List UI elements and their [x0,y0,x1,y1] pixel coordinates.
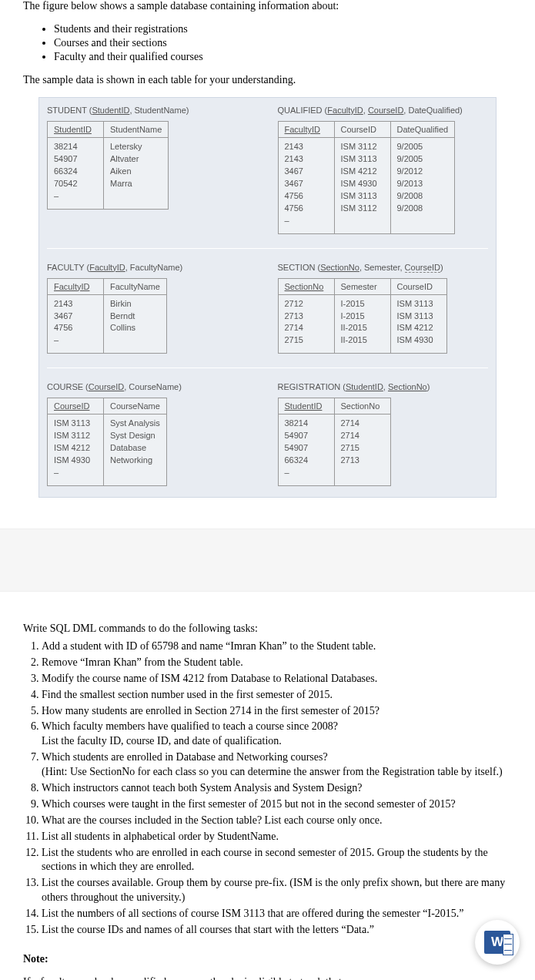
cell: ISM 3113 [54,418,97,430]
cell: ISM 4930 [341,178,384,190]
col-header: FacultyName [104,279,166,295]
cell: 4756 [285,203,328,215]
word-icon: W [484,931,510,954]
cell: Altvater [110,153,162,166]
cell: ISM 4212 [397,322,440,334]
task-item: List the students who are enrolled in ea… [42,846,512,875]
col-header: SectionNo [335,398,390,414]
col-header: CourseID [391,279,446,295]
cell: 54907 [285,430,328,442]
cell: 38214 [54,141,97,153]
cell: 2143 [54,298,97,310]
cell: 2714 [341,418,384,430]
cell: ISM 3112 [54,430,97,442]
note-paragraph: If a faculty member has qualified a cour… [23,976,512,980]
cell: 2715 [341,442,384,455]
col-header: StudentID [279,398,334,414]
cell: Syst Analysis [110,418,160,430]
cell: 2713 [341,455,384,467]
cell: I-2015 [341,298,384,310]
cell: 54907 [285,442,328,455]
cell: – [54,334,97,347]
task-item: Remove “Imran Khan” from the Student tab… [42,656,512,670]
tasks-list: Add a student with ID of 65798 and name … [42,639,512,938]
cell: – [285,467,328,479]
cell: Syst Design [110,430,160,442]
student-table-card: STUDENT (StudentID, StudentName) Student… [47,106,258,234]
cell: II-2015 [341,334,384,347]
task-item: List the courses available. Group them b… [42,876,512,905]
cell: 9/2012 [397,166,449,178]
col-header: CourseID [48,398,103,414]
document-page: The figure below shows a sample database… [0,0,535,980]
col-header: StudentID [48,122,103,138]
task-item: List all students in alphabetical order … [42,830,512,844]
bullet-item: Courses and their sections [54,37,512,49]
cell: 9/2008 [397,190,449,203]
cell: 4756 [54,322,97,334]
section-table-card: SECTION (SectionNo, Semester, CourseID) … [278,263,489,354]
sample-line: The sample data is shown in each table f… [23,74,512,86]
qualified-table: FacultyID 2143 2143 3467 3467 4756 4756 … [278,121,456,234]
student-title: STUDENT (StudentID, StudentName) [47,106,258,115]
section-table: SectionNo 2712 2713 2714 2715 Semester I… [278,278,447,354]
cell: ISM 3113 [341,153,384,166]
cell: – [285,215,328,227]
cell: ISM 3112 [341,141,384,153]
cell: 3467 [285,166,328,178]
col-header: CourseName [104,398,166,414]
task-item: Which instructors cannot teach both Syst… [42,781,512,796]
cell: Letersky [110,141,162,153]
cell: 2713 [285,310,328,323]
cell: – [54,467,97,479]
cell: 66324 [285,455,328,467]
database-diagram: STUDENT (StudentID, StudentName) Student… [38,97,497,498]
faculty-table: FacultyID 2143 3467 4756 – FacultyName B… [47,278,167,354]
cell: ISM 3113 [397,310,440,323]
cell: 38214 [285,418,328,430]
divider [47,248,488,249]
cell: ISM 3113 [341,190,384,203]
cell: I-2015 [341,310,384,323]
cell: Aiken [110,166,162,178]
cell: 3467 [285,178,328,190]
cell: 9/2005 [397,141,449,153]
task-item: Add a student with ID of 65798 and name … [42,639,512,654]
cell: 66324 [54,166,97,178]
cell: ISM 3112 [341,203,384,215]
task-item: Modify the course name of ISM 4212 from … [42,672,512,686]
intro-bullets: Students and their registrations Courses… [54,23,512,63]
col-header: DateQualified [391,122,455,138]
cell: 54907 [54,153,97,166]
page-gap [0,529,535,592]
col-header: StudentName [104,122,168,138]
note-heading: Note: [23,953,512,965]
col-header: SectionNo [279,279,334,295]
cell: Berndt [110,310,160,323]
tasks-intro: Write SQL DML commands to do the followi… [23,623,512,635]
cell: 9/2013 [397,178,449,190]
cell: Networking [110,455,160,467]
cell: II-2015 [341,322,384,334]
col-header: FacultyID [279,122,334,138]
cell: ISM 4212 [54,442,97,455]
cell: 9/2008 [397,203,449,215]
course-title: COURSE (CourseID, CourseName) [47,382,258,391]
task-item: List the numbers of all sections of cour… [42,907,512,921]
cell: 70542 [54,178,97,190]
task-item: How many students are enrolled in Sectio… [42,704,512,719]
section-title: SECTION (SectionNo, Semester, CourseID) [278,263,489,272]
cell: 2143 [285,153,328,166]
cell: Birkin [110,298,160,310]
faculty-title: FACULTY (FacultyID, FacultyName) [47,263,258,272]
task-item: List the course IDs and names of all cou… [42,923,512,938]
bullet-item: Students and their registrations [54,23,512,35]
qualified-table-card: QUALIFIED (FacultyID, CourseID, DateQual… [278,106,489,234]
word-document-badge[interactable]: W [475,920,520,965]
col-header: CourseID [335,122,390,138]
cell: 2143 [285,141,328,153]
student-table: StudentID 38214 54907 66324 70542 – Stud… [47,121,169,210]
qualified-title: QUALIFIED (FacultyID, CourseID, DateQual… [278,106,489,115]
registration-table: StudentID 38214 54907 54907 66324 – Sect… [278,398,391,486]
task-item: Which courses were taught in the first s… [42,797,512,812]
